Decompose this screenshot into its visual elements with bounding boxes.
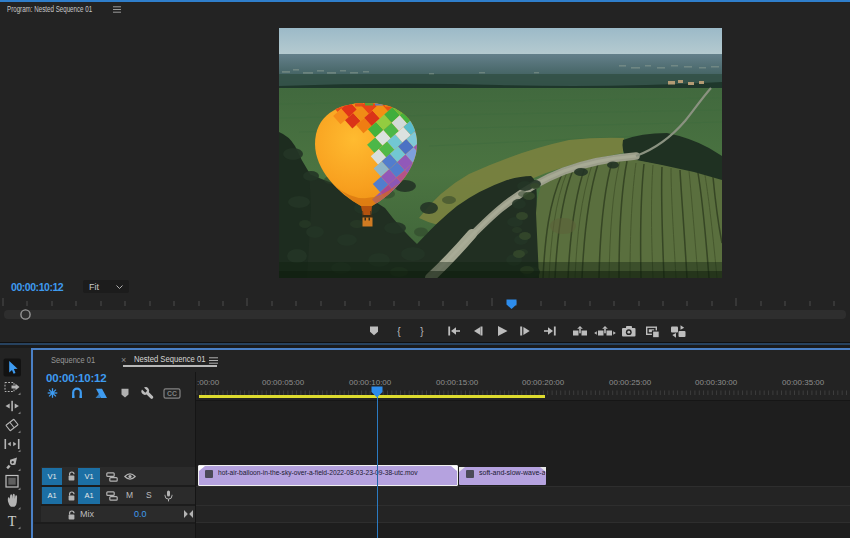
svg-text:{: { bbox=[397, 326, 401, 337]
svg-text:}: } bbox=[420, 326, 424, 337]
svg-text:CC: CC bbox=[167, 390, 177, 397]
svg-text:T: T bbox=[8, 514, 17, 529]
